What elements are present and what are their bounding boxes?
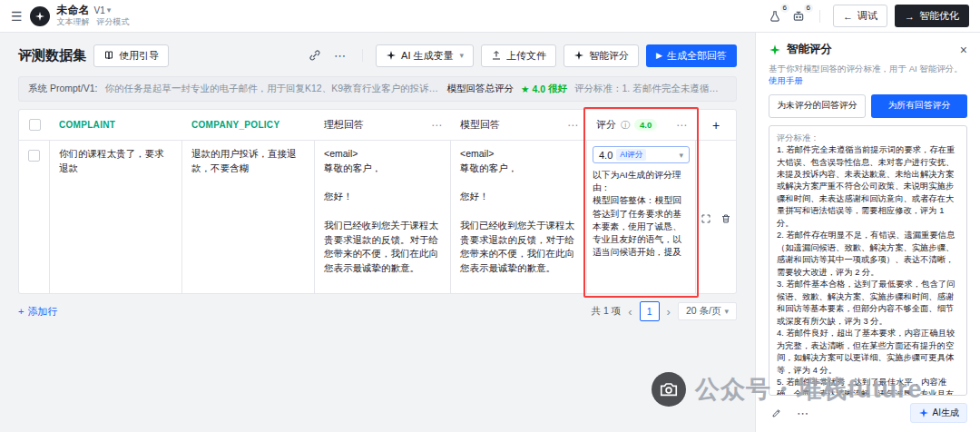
column-menu-icon[interactable]: ⋯ (676, 119, 687, 132)
upload-button[interactable]: 上传文件 (481, 44, 556, 67)
expand-icon[interactable] (701, 150, 711, 287)
more-icon[interactable]: ⋯ (331, 46, 349, 65)
panel-title: 智能评分 (787, 42, 832, 57)
star-icon: ★ (521, 83, 529, 94)
counter-badge: 6 (804, 4, 813, 13)
mode-right-label: 评分模式 (97, 18, 130, 27)
trash-icon[interactable] (720, 150, 731, 287)
mode-subtitle: 文本理解 评分模式 (57, 18, 130, 27)
chevron-down-icon: ▾ (679, 151, 683, 160)
ai-generate-vars-label: AI 生成变量 (401, 49, 453, 63)
header-checkbox-cell (19, 110, 50, 140)
info-icon[interactable]: ⓘ (621, 119, 630, 132)
divider (819, 10, 820, 23)
guide-button[interactable]: 使用引导 (93, 44, 169, 67)
upload-icon (491, 50, 502, 61)
pagination: 共 1 项 ‹ 1 › 20 条/页 ▾ (592, 301, 737, 321)
system-prompt-label: 系统 Prompt/V1: (28, 83, 97, 95)
chevron-down-icon: ▾ (107, 6, 112, 15)
smart-score-label: 智能评分 (589, 49, 629, 63)
criteria-text: 1. 若邮件完全未遵循当前提示词的要求，存在重大错误、包含误导性信息、未对客户进… (777, 144, 959, 396)
select-all-checkbox[interactable] (29, 119, 41, 131)
mode-left-label: 文本理解 (57, 18, 90, 27)
chevron-down-icon: ▾ (724, 307, 729, 316)
document-title-block: 未命名 V1 ▾ 文本理解 评分模式 (57, 5, 130, 27)
current-page-button[interactable]: 1 (640, 301, 660, 321)
close-icon[interactable]: × (960, 43, 967, 57)
row-checkbox-cell (19, 141, 50, 293)
optimize-label: 智能优化 (919, 9, 959, 23)
menu-icon[interactable]: ☰ (11, 9, 23, 24)
upload-label: 上传文件 (506, 49, 546, 63)
manual-link[interactable]: 使用手册 (769, 75, 803, 85)
generate-all-label: 生成全部回答 (667, 49, 727, 63)
next-page-button[interactable]: › (667, 305, 671, 319)
plus-icon: + (18, 306, 24, 317)
guide-label: 使用引导 (119, 49, 159, 63)
page-size-select[interactable]: 20 条/页 ▾ (678, 302, 737, 320)
evaluation-table: COMPLAINT COMPANY_POLICY 理想回答 ⋯ 模型回答 ⋯ 评… (18, 109, 737, 294)
debug-label: 调试 (858, 9, 877, 23)
system-prompt-preview: 你的任务是起草一封专业的电子邮件，用于回复K12、K9教育行业客户的投诉并... (104, 83, 439, 95)
ideal-answer-cell[interactable]: <email> 尊敬的客户， 您好！ 我们已经收到您关于课程太贵要求退款的反馈。… (315, 141, 451, 293)
score-cell: 4.0 AI评分 ▾ 以下为AI生成的评分理由： 模型回答整体：模型回答达到了任… (587, 141, 696, 293)
total-score-value: ★ 4.0 很好 (521, 83, 567, 95)
arrow-left-icon: ← (843, 11, 853, 22)
book-icon (103, 50, 114, 61)
dataset-page: 评测数据集 使用引导 ⋯ AI 生成变量 ▾ 上传文件 智能评分 (0, 33, 755, 432)
column-header-policy: COMPANY_POLICY (182, 110, 315, 140)
ai-generate-label: AI生成 (933, 407, 959, 419)
add-column-button[interactable]: + (696, 110, 736, 140)
smart-score-button[interactable]: 智能评分 (564, 44, 639, 67)
add-row-button[interactable]: + 添加行 (18, 305, 57, 319)
sparkle-icon (769, 44, 781, 56)
document-title: 未命名 (57, 5, 90, 16)
table-header-row: COMPLAINT COMPANY_POLICY 理想回答 ⋯ 模型回答 ⋯ 评… (19, 110, 736, 141)
sparkle-icon (573, 50, 584, 61)
divider (362, 49, 363, 62)
smart-score-panel: 智能评分 × 基于你对模型回答的评分标准，用于 AI 智能评分。 使用手册 为未… (755, 33, 980, 432)
total-items-label: 共 1 项 (592, 305, 622, 318)
score-value: 4.0 (599, 150, 612, 161)
score-select[interactable]: 4.0 AI评分 ▾ (593, 146, 690, 163)
edit-icon[interactable] (769, 405, 785, 421)
add-row-label: 添加行 (27, 305, 57, 319)
counter-badge: 6 (780, 4, 789, 13)
total-score-label: 模型回答总评分 (446, 83, 514, 95)
row-actions-cell (696, 141, 736, 293)
ai-score-tag: AI评分 (616, 149, 646, 161)
generate-all-button[interactable]: ▶ 生成全部回答 (646, 44, 737, 67)
debug-button[interactable]: ← 调试 (833, 5, 887, 27)
ai-generate-button[interactable]: AI生成 (910, 403, 967, 423)
column-menu-icon[interactable]: ⋯ (431, 119, 442, 132)
system-prompt-bar[interactable]: 系统 Prompt/V1: 你的任务是起草一封专业的电子邮件，用于回复K12、K… (18, 76, 737, 102)
criteria-textarea[interactable]: 评分标准： 1. 若邮件完全未遵循当前提示词的要求，存在重大错误、包含误导性信息… (769, 125, 967, 396)
complaint-cell[interactable]: 你们的课程太贵了，要求退款 (50, 141, 182, 293)
criteria-label: 评分标准： (777, 133, 959, 144)
link-icon[interactable] (306, 46, 324, 64)
flask-icon[interactable]: 6 (767, 8, 783, 25)
sparkle-icon (386, 50, 397, 61)
more-icon[interactable]: ⋯ (794, 404, 812, 423)
robot-icon[interactable]: 6 (790, 8, 807, 25)
score-all-button[interactable]: 为所有回答评分 (871, 94, 968, 118)
column-header-ideal: 理想回答 ⋯ (315, 110, 451, 140)
arrow-right-icon: → (905, 11, 915, 22)
app-logo[interactable] (30, 6, 50, 26)
optimize-button[interactable]: → 智能优化 (895, 5, 969, 27)
model-answer-cell[interactable]: <email> 尊敬的客户， 您好！ 我们已经收到您关于课程太贵要求退款的反馈，… (451, 141, 587, 293)
ai-generate-vars-button[interactable]: AI 生成变量 ▾ (376, 44, 474, 67)
column-menu-icon[interactable]: ⋯ (567, 119, 578, 132)
sparkle-icon (918, 407, 929, 418)
row-checkbox[interactable] (28, 150, 40, 162)
play-icon: ▶ (656, 51, 662, 60)
criteria-preview: 评分标准：1. 若邮件完全未遵循当前提示词的要求，存在重大错... (574, 83, 727, 95)
version-label: V1 (94, 5, 105, 15)
policy-cell[interactable]: 退款的用户投诉，直接退款，不要含糊 (182, 141, 315, 293)
version-selector[interactable]: V1 ▾ (94, 5, 112, 15)
score-unscored-button[interactable]: 为未评分的回答评分 (769, 94, 866, 118)
score-reason-text: 以下为AI生成的评分理由： 模型回答整体：模型回答达到了任务要求的基本要素，使用… (593, 169, 690, 259)
prev-page-button[interactable]: ‹ (628, 305, 632, 319)
top-header: ☰ 未命名 V1 ▾ 文本理解 评分模式 6 6 ← 调试 → 智能优化 (0, 0, 980, 33)
page-size-label: 20 条/页 (686, 305, 721, 318)
